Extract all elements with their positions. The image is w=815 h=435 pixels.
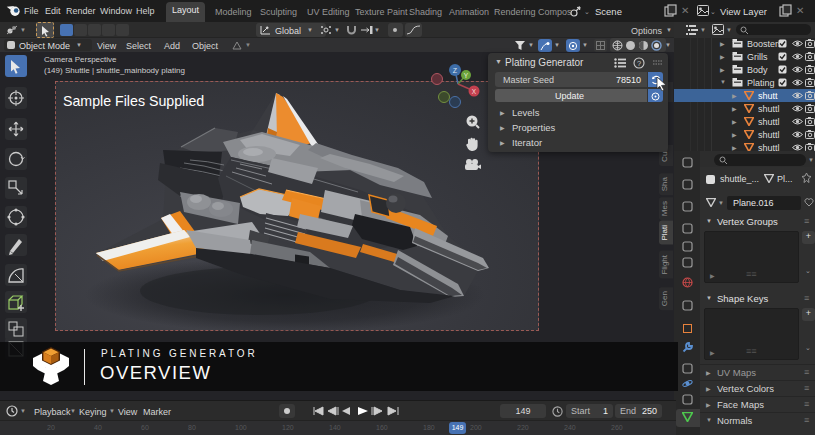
svg-text:X: X (472, 88, 477, 95)
svg-text:Y: Y (464, 72, 469, 79)
svg-text:?: ? (637, 59, 641, 68)
svg-text:Z: Z (453, 67, 458, 74)
